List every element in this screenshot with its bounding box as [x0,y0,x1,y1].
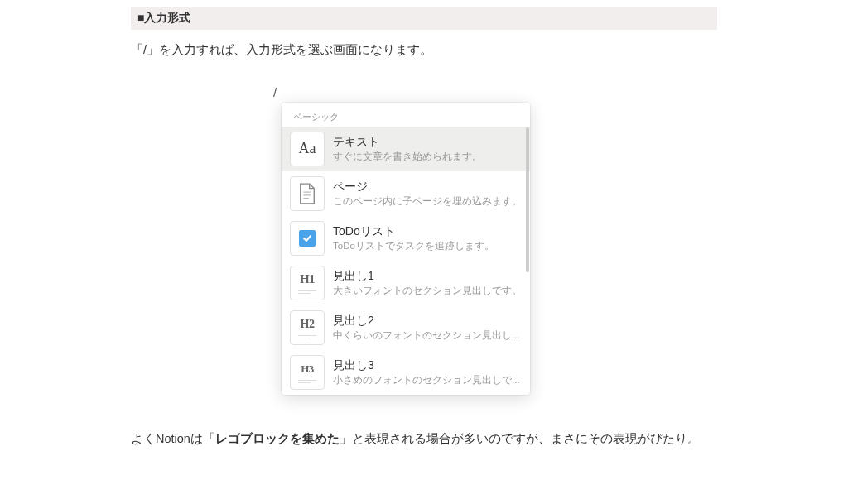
page-icon [290,176,325,211]
h3-icon: H3 [290,355,325,390]
footer-post: 」と表現される場合が多いのですが、まさにその表現がぴたり。 [340,432,700,445]
menu-item-heading2[interactable]: H2 見出し2 中くらいのフォントのセクション見出し... [282,305,530,350]
intro-description: 「/」を入力すれば、入力形式を選ぶ画面になります。 [131,40,717,60]
scrollbar-thumb[interactable] [526,127,529,272]
menu-item-desc: 小さめのフォントのセクション見出しで... [333,374,522,386]
menu-item-heading1[interactable]: H1 見出し1 大きいフォントのセクション見出しです。 [282,261,530,305]
menu-item-title: 見出し3 [333,358,522,373]
menu-item-desc: 中くらいのフォントのセクション見出し... [333,329,522,342]
menu-item-title: 見出し1 [333,269,522,284]
slash-command-input[interactable]: / [273,85,848,99]
menu-item-title: ToDoリスト [333,224,522,239]
menu-item-title: 見出し2 [333,314,522,329]
menu-item-heading3[interactable]: H3 見出し3 小さめのフォントのセクション見出しで... [282,350,530,395]
menu-item-desc: すぐに文章を書き始められます。 [333,151,522,163]
popup-scrollbar[interactable] [526,127,529,391]
popup-section-label: ベーシック [282,103,530,127]
h1-icon: H1 [290,266,325,300]
menu-item-title: テキスト [333,135,522,150]
menu-item-desc: このページ内に子ページを埋め込みます。 [333,195,522,208]
checkbox-icon [290,221,325,256]
section-header: ■入力形式 [131,7,717,30]
menu-item-desc: ToDoリストでタスクを追跡します。 [333,240,522,252]
menu-item-title: ページ [333,180,522,194]
text-icon: Aa [290,132,325,166]
menu-item-todo[interactable]: ToDoリスト ToDoリストでタスクを追跡します。 [282,216,530,261]
h2-icon: H2 [290,310,325,345]
footer-bold: レゴブロックを集めた [215,432,340,445]
footer-pre: よくNotionは「 [131,432,215,445]
section-header-text: ■入力形式 [137,11,190,24]
menu-item-page[interactable]: ページ このページ内に子ページを埋め込みます。 [282,171,530,216]
menu-item-text[interactable]: Aa テキスト すぐに文章を書き始められます。 [282,127,530,171]
block-type-popup: ベーシック Aa テキスト すぐに文章を書き始められます。 [282,103,530,395]
menu-item-desc: 大きいフォントのセクション見出しです。 [333,285,522,297]
footer-paragraph: よくNotionは「レゴブロックを集めた」と表現される場合が多いのですが、まさに… [131,428,717,451]
